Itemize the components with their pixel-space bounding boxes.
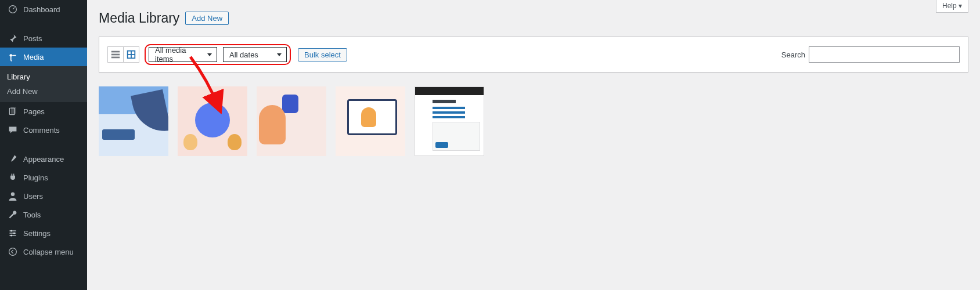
select-value: All dates	[229, 50, 258, 59]
media-item[interactable]	[99, 86, 168, 156]
submenu-library[interactable]: Library	[0, 70, 87, 84]
dashboard-icon	[7, 5, 19, 14]
view-grid-button[interactable]	[123, 46, 139, 63]
pin-icon	[7, 34, 19, 43]
menu-label: Collapse menu	[23, 248, 74, 256]
media-submenu: Library Add New	[0, 66, 87, 102]
media-item[interactable]	[257, 86, 326, 156]
media-item[interactable]	[336, 86, 405, 156]
sliders-icon	[7, 229, 19, 238]
menu-label: Appearance	[23, 155, 64, 164]
menu-settings[interactable]: Settings	[0, 224, 87, 242]
menu-pages[interactable]: Pages	[0, 102, 87, 121]
svg-point-4	[11, 193, 15, 196]
svg-point-6	[13, 232, 15, 234]
svg-rect-10	[111, 54, 120, 56]
media-toolbar: All media items All dates Bulk select Se…	[99, 37, 968, 72]
bulk-select-button[interactable]: Bulk select	[298, 48, 347, 61]
menu-posts[interactable]: Posts	[0, 29, 87, 48]
menu-label: Tools	[23, 211, 41, 219]
menu-comments[interactable]: Comments	[0, 121, 87, 139]
collapse-icon	[7, 247, 19, 256]
select-value: All media items	[155, 46, 200, 63]
collapse-menu[interactable]: Collapse menu	[0, 242, 87, 261]
menu-dashboard[interactable]: Dashboard	[0, 0, 87, 19]
menu-tools[interactable]: Tools	[0, 205, 87, 224]
media-icon	[7, 52, 19, 61]
media-grid	[99, 86, 968, 156]
menu-label: Pages	[23, 107, 45, 116]
user-icon	[7, 191, 19, 201]
filter-date-select[interactable]: All dates	[223, 47, 287, 62]
svg-point-8	[9, 248, 17, 256]
search-label: Search	[781, 50, 805, 59]
media-item[interactable]	[178, 86, 247, 156]
menu-label: Media	[23, 53, 44, 61]
wrench-icon	[7, 210, 19, 219]
menu-appearance[interactable]: Appearance	[0, 150, 87, 168]
menu-label: Users	[23, 192, 43, 201]
menu-label: Plugins	[23, 173, 48, 182]
pages-icon	[7, 107, 19, 116]
search-input[interactable]	[809, 46, 960, 63]
menu-label: Dashboard	[23, 5, 60, 14]
menu-label: Settings	[23, 229, 51, 238]
comments-icon	[7, 125, 19, 135]
page-header: Media Library Add New	[99, 0, 968, 26]
media-item[interactable]	[415, 86, 484, 156]
svg-point-7	[10, 234, 12, 236]
svg-point-1	[9, 54, 12, 57]
svg-rect-3	[11, 107, 16, 114]
help-tab[interactable]: Help ▾	[936, 0, 968, 13]
menu-label: Comments	[23, 126, 60, 135]
svg-rect-9	[111, 51, 120, 53]
annotation-highlight: All media items All dates	[145, 44, 291, 65]
view-list-button[interactable]	[107, 46, 124, 63]
submenu-add-new[interactable]: Add New	[0, 84, 87, 99]
page-title: Media Library	[99, 10, 179, 26]
svg-point-5	[10, 230, 12, 231]
add-new-button[interactable]: Add New	[185, 12, 229, 25]
plug-icon	[7, 173, 19, 182]
brush-icon	[7, 154, 19, 164]
admin-sidebar: Dashboard Posts Media Library Add New Pa…	[0, 0, 87, 290]
filter-media-type-select[interactable]: All media items	[149, 47, 217, 62]
menu-label: Posts	[23, 34, 42, 43]
svg-rect-11	[111, 57, 120, 59]
menu-users[interactable]: Users	[0, 187, 87, 205]
menu-media[interactable]: Media	[0, 48, 87, 66]
menu-plugins[interactable]: Plugins	[0, 168, 87, 187]
content-area: Help ▾ Media Library Add New All media i…	[87, 0, 980, 290]
search-wrap: Search	[781, 46, 960, 63]
